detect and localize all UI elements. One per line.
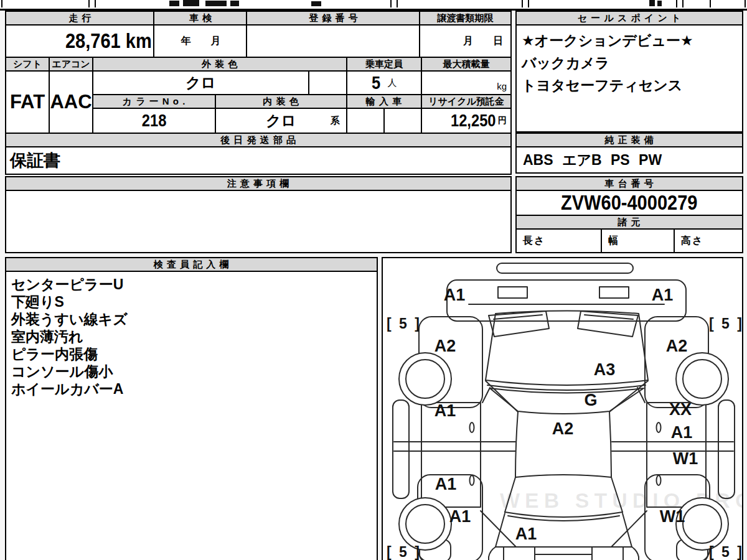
shaken-value: 年 月	[181, 35, 221, 48]
later-parts-header: 後 日 発 送 部 品	[5, 133, 512, 147]
color-no-header: カ ラ ー N o .	[92, 94, 216, 109]
interior-color-header: 内 装 色	[215, 94, 347, 109]
later-parts-value-cell: 保証書	[5, 146, 512, 175]
sales-points-body: ★オークションデビュー★ バックカメラ トヨタセーフティセンス	[515, 24, 743, 133]
exterior-color-header: 外 装 色	[92, 57, 347, 72]
tread-depth-rear-left: [ 5 ]	[387, 544, 421, 560]
capacity-header: 乗車定員	[346, 57, 422, 72]
mileage-value: 28,761 km	[65, 29, 152, 53]
recycle-deposit-value: 12,250	[451, 111, 496, 131]
windshield	[490, 388, 644, 414]
top-row-divider	[88, 0, 90, 7]
rocker-right	[718, 400, 735, 498]
damage-label-front-fender-left: A2	[435, 337, 456, 355]
damage-label-roof: A2	[552, 419, 574, 438]
rear-window-bottom	[505, 512, 622, 517]
top-row-divider	[95, 0, 96, 7]
capacity-value: 5	[372, 73, 380, 93]
equipment-value: ABS エアB PS PW	[523, 151, 662, 170]
top-row-divider	[390, 0, 392, 7]
recycle-deposit-value-cell: 12,250 円	[421, 108, 512, 134]
max-load-header: 最大積載量	[421, 57, 512, 72]
headlight-right-inner	[585, 315, 633, 319]
damage-label-hood: A3	[594, 360, 616, 379]
inspector-note-line: 室内薄汚れ	[11, 328, 372, 345]
wheel-rear-left	[399, 498, 451, 550]
spec-width-cell: 幅	[601, 228, 675, 253]
spec-length-cell: 長さ	[515, 228, 602, 253]
spec-length-label: 長さ	[523, 235, 545, 248]
registration-number-header: 登 録 番 号	[246, 11, 421, 26]
tread-depth-front-left: [ 5 ]	[387, 315, 421, 332]
clipped-text-fragment	[183, 0, 199, 6]
max-load-value-cell: kg	[421, 70, 512, 95]
sales-points-header: セ ー ル ス ポ イ ン ト	[515, 11, 743, 26]
registration-number-value-cell	[246, 24, 421, 58]
rear-window-right	[611, 477, 622, 512]
shaken-header: 車 検	[153, 11, 248, 26]
clipped-top-row	[0, 0, 747, 11]
top-row-divider	[745, 0, 746, 7]
tread-depth-rear-right: [ 5 ]	[709, 544, 742, 560]
damage-label-rear-door-right: W1	[673, 449, 698, 468]
top-row-divider	[1, 0, 2, 7]
shift-header: シフト	[5, 57, 50, 72]
clipped-text-fragment	[649, 0, 655, 6]
roof-rear-edge	[515, 475, 611, 477]
taillight-left	[504, 547, 535, 560]
exterior-color-value-cell: クロ	[92, 70, 309, 95]
interior-color-value: クロ	[266, 111, 296, 131]
rear-bumper-right	[632, 547, 639, 560]
damage-label-front-door-right-2: A1	[671, 423, 693, 442]
cowl-line	[487, 385, 646, 390]
wheel-front-left	[399, 353, 451, 405]
color-no-value: 218	[142, 111, 167, 131]
inspector-note-line: センターピラーU	[11, 276, 372, 293]
damage-label-rear-gate: A1	[515, 525, 537, 543]
recycle-deposit-unit: 円	[498, 115, 507, 126]
transfer-deadline-header: 譲渡書類期限	[419, 11, 512, 26]
interior-color-value-cell: クロ 系	[215, 108, 347, 134]
chassis-number-value-cell: ZVW60-4000279	[515, 190, 743, 216]
recycle-deposit-header: リサイクル預託金	[421, 94, 512, 109]
inspector-note-line: ホイールカバーA	[11, 380, 372, 398]
top-row-divider	[528, 0, 529, 7]
damage-label-front-bumper-left: A1	[444, 286, 466, 304]
car-diagram-box: WEB STUDIO PRO	[382, 257, 743, 560]
rear-bumper-left	[489, 547, 496, 560]
clipped-text-fragment	[657, 1, 662, 6]
mileage-value-cell: 28,761 km	[5, 24, 156, 58]
fender-join-left	[482, 388, 490, 403]
transfer-deadline-value: 月 日	[463, 35, 503, 48]
import-car-header: 輸 入 車	[346, 94, 422, 109]
damage-label-front-door-right-1: XX	[669, 400, 692, 419]
door-handle	[470, 475, 474, 485]
aircon-value-cell: AAC	[49, 70, 93, 134]
sales-point-line: トヨタセーフティセンス	[522, 74, 737, 96]
sales-point-line: バックカメラ	[522, 52, 737, 74]
chassis-number-header: 車 台 番 号	[515, 176, 743, 191]
inspector-note-line: コンソール傷小	[11, 363, 372, 380]
damage-label-front-bumper-right: A1	[652, 286, 674, 304]
shift-value-cell: FAT	[5, 70, 50, 134]
grille-slot-left	[498, 287, 527, 298]
top-row-divider	[710, 0, 711, 7]
damage-label-rear-door-left: A1	[435, 475, 457, 493]
top-row-divider	[522, 0, 523, 7]
chassis-number-value: ZVW60-4000279	[561, 191, 698, 215]
spec-width-label: 幅	[608, 235, 619, 248]
later-parts-value: 保証書	[10, 149, 60, 172]
front-strip	[497, 263, 633, 273]
color-no-value-cell: 218	[92, 108, 216, 134]
clipped-text-fragment	[230, 1, 239, 6]
transfer-deadline-value-cell: 月 日	[419, 24, 512, 58]
clipped-text-fragment	[311, 1, 321, 6]
caution-body	[5, 190, 512, 253]
front-bumper	[447, 280, 686, 321]
capacity-unit: 人	[388, 77, 397, 89]
inspector-note-line: 外装うすい線キズ	[11, 310, 372, 328]
max-load-unit: kg	[497, 81, 507, 91]
hood	[486, 311, 648, 386]
damage-label-rear-quarter-right: W1	[660, 507, 685, 526]
top-row-divider	[397, 0, 398, 7]
